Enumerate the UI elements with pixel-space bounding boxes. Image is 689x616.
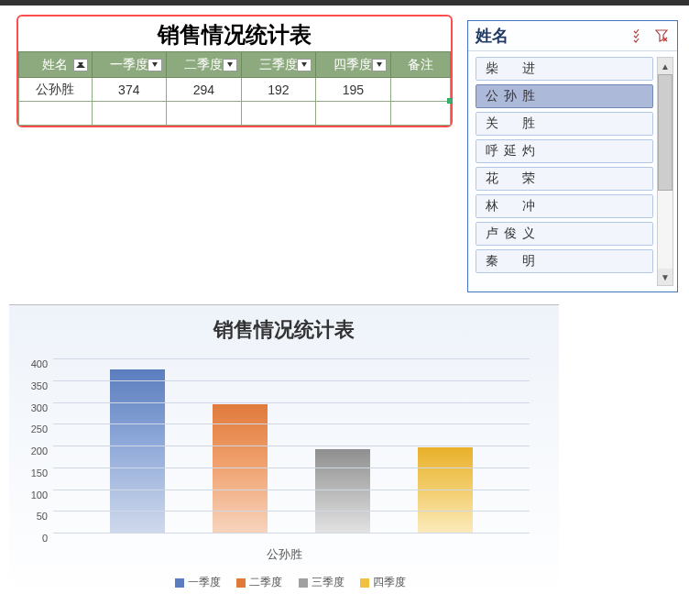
cell-q3[interactable]: 192 <box>241 78 316 102</box>
multi-select-icon[interactable] <box>631 28 648 44</box>
grid-line <box>53 468 530 468</box>
slicer-body: 柴 进 公孙胜 关 胜 呼延灼 花 荣 林 冲 卢俊义 秦 明 ▲ ▼ <box>468 51 677 292</box>
table-resize-handle[interactable] <box>447 98 453 104</box>
x-category-label: 公孙胜 <box>9 546 559 563</box>
cell-remark[interactable] <box>390 78 450 102</box>
col-remark: 备注 <box>390 52 450 78</box>
dropdown-icon[interactable] <box>372 59 387 72</box>
legend-swatch-q3 <box>299 578 308 588</box>
y-axis: 050100150200250300350400 <box>9 358 53 533</box>
slicer-panel[interactable]: 姓名 柴 进 公孙胜 关 胜 呼延灼 花 荣 林 冲 卢俊义 秦 明 ▲ <box>467 20 678 292</box>
scroll-thumb[interactable] <box>658 74 673 191</box>
y-tick: 350 <box>31 380 48 391</box>
filter-icon[interactable] <box>73 59 88 72</box>
chart-title: 销售情况统计表 <box>9 316 559 344</box>
scrollbar[interactable]: ▲ ▼ <box>657 57 673 286</box>
slicer-item[interactable]: 秦 明 <box>476 249 653 273</box>
chart-panel[interactable]: 销售情况统计表 050100150200250300350400 公孙胜 一季度… <box>9 304 559 600</box>
slicer-item[interactable]: 卢俊义 <box>476 222 653 246</box>
dropdown-icon[interactable] <box>223 59 237 72</box>
legend-swatch-q1 <box>175 578 184 588</box>
grid-line <box>53 424 530 424</box>
slicer-item[interactable]: 关 胜 <box>476 112 653 136</box>
cell-name[interactable]: 公孙胜 <box>19 78 93 102</box>
clear-filter-icon[interactable] <box>653 28 670 44</box>
legend-swatch-q2 <box>236 578 246 588</box>
legend: 一季度 二季度 三季度 四季度 <box>9 575 559 590</box>
col-q4[interactable]: 四季度 <box>316 52 391 78</box>
slicer-item[interactable]: 花 荣 <box>476 167 653 191</box>
col-q1[interactable]: 一季度 <box>92 52 167 78</box>
grid-line <box>53 490 530 490</box>
bar-三季度[interactable] <box>315 449 370 533</box>
col-name[interactable]: 姓名 <box>19 52 93 78</box>
table-header-row: 姓名 一季度 二季度 三季度 <box>19 52 451 78</box>
y-tick: 250 <box>31 424 48 434</box>
slicer-title: 姓名 <box>476 25 626 47</box>
slicer-item[interactable]: 林 冲 <box>476 194 653 218</box>
y-tick: 300 <box>31 402 48 413</box>
table-title: 销售情况统计表 <box>18 16 451 51</box>
col-q2[interactable]: 二季度 <box>167 52 242 78</box>
y-tick: 400 <box>31 358 48 369</box>
cell-q1[interactable]: 374 <box>92 78 167 102</box>
table-row-empty[interactable] <box>19 102 451 126</box>
slicer-item[interactable]: 呼延灼 <box>476 139 653 163</box>
grid-line <box>53 402 530 403</box>
scroll-down-button[interactable]: ▼ <box>658 269 673 285</box>
y-tick: 0 <box>42 533 48 544</box>
slicer-list: 柴 进 公孙胜 关 胜 呼延灼 花 荣 林 冲 卢俊义 秦 明 <box>476 57 653 286</box>
grid-line <box>53 446 530 446</box>
cell-q2[interactable]: 294 <box>167 78 242 102</box>
dropdown-icon[interactable] <box>297 59 312 72</box>
bar-一季度[interactable] <box>110 369 165 533</box>
cell-q4[interactable]: 195 <box>316 78 391 102</box>
y-tick: 100 <box>31 490 48 500</box>
slicer-item[interactable]: 柴 进 <box>476 57 653 81</box>
sales-table: 姓名 一季度 二季度 三季度 <box>18 51 451 126</box>
sales-table-panel: 销售情况统计表 姓名 一季度 二季度 <box>16 15 453 127</box>
grid-line <box>53 380 530 381</box>
bar-四季度[interactable] <box>418 447 473 533</box>
grid-line <box>53 511 530 512</box>
scroll-up-button[interactable]: ▲ <box>658 58 673 74</box>
y-tick: 150 <box>31 468 48 478</box>
col-q3[interactable]: 三季度 <box>241 52 316 78</box>
dropdown-icon[interactable] <box>148 59 162 72</box>
slicer-header: 姓名 <box>468 21 677 51</box>
slicer-item[interactable]: 公孙胜 <box>476 84 653 108</box>
grid-line <box>53 533 530 534</box>
y-tick: 200 <box>31 446 48 456</box>
table-row[interactable]: 公孙胜 374 294 192 195 <box>19 78 451 102</box>
y-tick: 50 <box>37 511 48 522</box>
legend-swatch-q4 <box>360 578 369 588</box>
grid-line <box>53 358 530 359</box>
scroll-track[interactable] <box>658 74 673 269</box>
plot-area <box>53 358 530 533</box>
